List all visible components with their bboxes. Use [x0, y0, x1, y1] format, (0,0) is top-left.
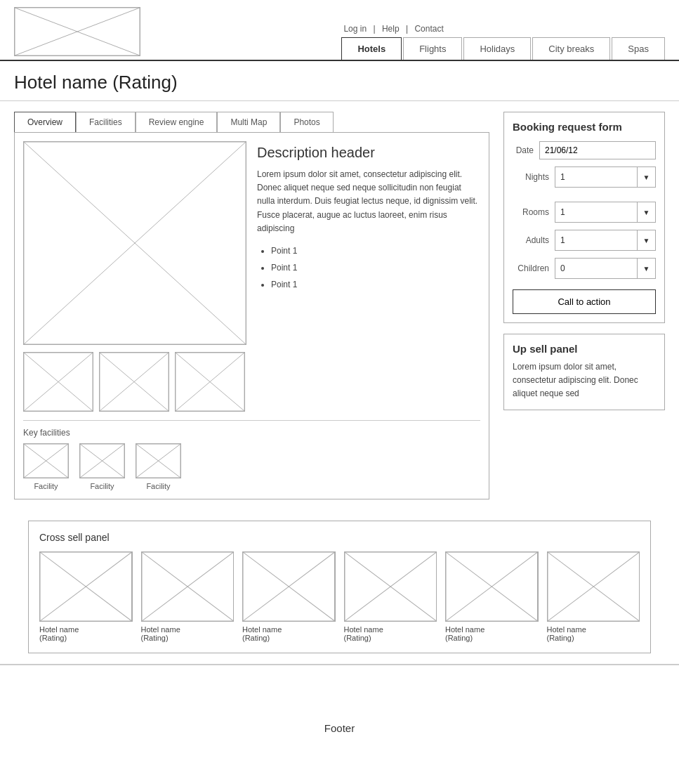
cross-sell-item-2[interactable]: Hotel name(Rating) [141, 551, 235, 642]
cross-sell-img-3 [242, 551, 336, 622]
cross-sell-item-3[interactable]: Hotel name(Rating) [242, 551, 336, 642]
adults-arrow[interactable]: ▼ [637, 230, 655, 250]
top-nav-links: Log in | Help | Contact [341, 20, 445, 34]
nights-value: 1 [555, 169, 637, 185]
footer: Footer [0, 664, 679, 784]
facilities-label: Key facilities [23, 428, 480, 438]
facility-img-1 [23, 443, 69, 478]
main-nav: Hotels Flights Holidays City breaks Spas [341, 37, 665, 60]
tab-city-breaks[interactable]: City breaks [532, 37, 610, 60]
tab-flights[interactable]: Flights [403, 37, 462, 60]
children-arrow[interactable]: ▼ [637, 259, 655, 278]
cross-sell-img-1 [39, 551, 133, 622]
cta-button[interactable]: Call to action [513, 289, 656, 314]
cross-sell-label-1: Hotel name(Rating) [39, 625, 133, 642]
nights-arrow[interactable]: ▼ [637, 167, 655, 187]
upsell-text: Lorem ipsum dolor sit amet, consectetur … [513, 360, 656, 401]
cross-sell-item-1[interactable]: Hotel name(Rating) [39, 551, 133, 642]
facility-label-2: Facility [90, 482, 114, 490]
overview-right: Description header Lorem ipsum dolor sit… [257, 141, 480, 412]
svg-line-1 [15, 8, 140, 55]
svg-rect-2 [15, 8, 140, 55]
rooms-value: 1 [555, 204, 637, 221]
bullet-2: Point 1 [271, 259, 480, 276]
bullet-1: Point 1 [271, 242, 480, 259]
children-label: Children [513, 263, 555, 273]
thumbnail-row [23, 352, 246, 412]
nights-row: Nights 1 ▼ [513, 166, 656, 188]
facility-label-3: Facility [146, 482, 170, 490]
facility-img-2 [79, 443, 125, 478]
description-body: Lorem ipsum dolor sit amet, consectetur … [257, 168, 480, 235]
cross-sell-title: Cross sell panel [39, 532, 640, 543]
main-hotel-image [23, 141, 246, 345]
adults-select[interactable]: 1 ▼ [555, 230, 656, 251]
tab-hotels[interactable]: Hotels [341, 37, 402, 60]
tab-holidays[interactable]: Holidays [463, 37, 531, 60]
content-tab-review[interactable]: Review engine [136, 112, 218, 132]
facility-img-3 [136, 443, 181, 478]
facility-item-2: Facility [79, 443, 125, 490]
cross-sell-img-2 [141, 551, 235, 622]
cross-sell-img-6 [547, 551, 640, 622]
cross-sell-label-6: Hotel name(Rating) [547, 625, 640, 642]
cross-sell-item-5[interactable]: Hotel name(Rating) [445, 551, 539, 642]
thumb-1[interactable] [23, 352, 93, 412]
bullet-3: Point 1 [271, 276, 480, 293]
cross-sell-label-4: Hotel name(Rating) [344, 625, 437, 642]
cross-sell-item-4[interactable]: Hotel name(Rating) [344, 551, 437, 642]
content-tab-facilities[interactable]: Facilities [76, 112, 136, 132]
cross-sell-item-6[interactable]: Hotel name(Rating) [547, 551, 640, 642]
upsell-panel: Up sell panel Lorem ipsum dolor sit amet… [503, 334, 665, 410]
content-tab-photos[interactable]: Photos [280, 112, 333, 132]
contact-link[interactable]: Contact [414, 24, 443, 34]
date-row: Date [513, 141, 656, 159]
facility-label-1: Facility [34, 482, 58, 490]
cross-sell-wrapper: Cross sell panel Hotel name(Rating) Hote… [0, 510, 679, 664]
tab-content-box: Description header Lorem ipsum dolor sit… [14, 132, 489, 499]
header-right: Log in | Help | Contact Hotels Flights H… [341, 20, 665, 60]
facilities-row: Facility Facility Facility [23, 443, 480, 490]
children-row: Children 0 ▼ [513, 258, 656, 279]
cross-sell-grid: Hotel name(Rating) Hotel name(Rating) Ho… [39, 551, 640, 642]
cross-sell-label-2: Hotel name(Rating) [141, 625, 235, 642]
date-label: Date [513, 145, 539, 155]
description-header: Description header [257, 145, 480, 161]
thumb-2[interactable] [99, 352, 169, 412]
key-facilities-section: Key facilities Facility Facility [23, 420, 480, 490]
header: Log in | Help | Contact Hotels Flights H… [0, 0, 679, 61]
content-tab-overview[interactable]: Overview [14, 112, 76, 132]
content-tabs: Overview Facilities Review engine Multi … [14, 112, 489, 132]
main-content: Overview Facilities Review engine Multi … [0, 101, 679, 510]
rooms-label: Rooms [513, 207, 555, 217]
tab-spas[interactable]: Spas [612, 37, 665, 60]
booking-form-title: Booking request form [513, 121, 656, 133]
children-value: 0 [555, 260, 637, 277]
login-link[interactable]: Log in [343, 24, 367, 34]
facility-item-3: Facility [136, 443, 181, 490]
bullet-list: Point 1 Point 1 Point 1 [257, 242, 480, 293]
upsell-title: Up sell panel [513, 343, 656, 355]
children-select[interactable]: 0 ▼ [555, 258, 656, 279]
facility-item-1: Facility [23, 443, 69, 490]
cross-sell-img-4 [344, 551, 437, 622]
svg-line-0 [15, 8, 140, 55]
nights-select[interactable]: 1 ▼ [555, 166, 656, 188]
date-input[interactable] [539, 141, 656, 159]
rooms-row: Rooms 1 ▼ [513, 202, 656, 223]
footer-label: Footer [324, 722, 355, 734]
thumb-3[interactable] [175, 352, 245, 412]
booking-form: Booking request form Date Nights 1 ▼ Roo… [503, 112, 665, 323]
cross-sell-img-5 [445, 551, 539, 622]
rooms-select[interactable]: 1 ▼ [555, 202, 656, 223]
cross-sell-label-3: Hotel name(Rating) [242, 625, 336, 642]
sidebar: Booking request form Date Nights 1 ▼ Roo… [503, 112, 665, 499]
rooms-arrow[interactable]: ▼ [637, 202, 655, 222]
page-title: Hotel name (Rating) [14, 72, 665, 93]
adults-label: Adults [513, 235, 555, 245]
adults-row: Adults 1 ▼ [513, 230, 656, 251]
help-link[interactable]: Help [382, 24, 400, 34]
adults-value: 1 [555, 232, 637, 249]
content-tab-multimap[interactable]: Multi Map [217, 112, 280, 132]
overview-layout: Description header Lorem ipsum dolor sit… [23, 141, 480, 412]
